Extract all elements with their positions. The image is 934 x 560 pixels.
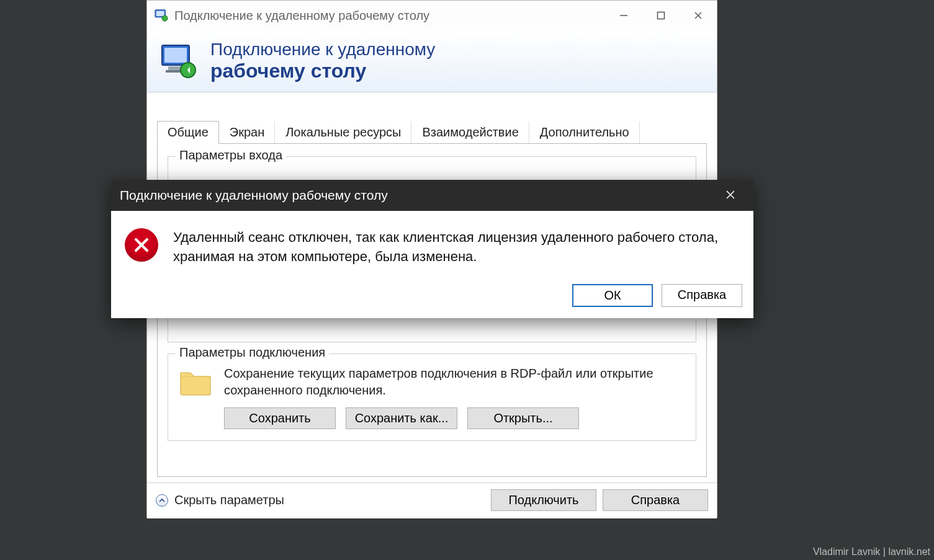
banner: Подключение к удаленному рабочему столу (147, 30, 717, 92)
close-button[interactable] (680, 1, 717, 30)
svg-point-2 (162, 16, 168, 21)
folder-icon (178, 364, 213, 399)
tab-screen[interactable]: Экран (219, 121, 275, 144)
rdp-banner-icon (159, 42, 199, 81)
app-icon (155, 9, 168, 22)
error-dialog: Подключение к удаленному рабочему столу … (111, 180, 753, 318)
error-icon (125, 228, 158, 262)
help-button[interactable]: Справка (603, 489, 708, 511)
svg-rect-8 (164, 48, 187, 63)
hide-options-link[interactable]: Скрыть параметры (174, 493, 284, 507)
svg-rect-1 (156, 11, 164, 16)
dialog-titlebar: Подключение к удаленному рабочему столу (111, 180, 753, 211)
tabs: Общие Экран Локальные ресурсы Взаимодейс… (147, 121, 717, 144)
dialog-help-button[interactable]: Справка (662, 284, 742, 307)
minimize-button[interactable] (605, 1, 642, 30)
save-button[interactable]: Сохранить (224, 407, 336, 429)
footer: Скрыть параметры Подключить Справка (147, 482, 717, 517)
maximize-button[interactable] (642, 1, 680, 30)
svg-rect-4 (658, 12, 665, 19)
ok-button[interactable]: ОК (572, 284, 653, 307)
group-login-legend: Параметры входа (176, 148, 286, 162)
chevron-up-icon[interactable] (156, 494, 168, 507)
dialog-close-button[interactable] (716, 189, 745, 203)
tab-experience[interactable]: Взаимодействие (411, 121, 529, 144)
banner-line1: Подключение к удаленному (210, 40, 435, 60)
watermark: Vladimir Lavnik | lavnik.net (813, 546, 930, 558)
group-connection-settings: Параметры подключения Сохранение текущих… (168, 353, 696, 441)
titlebar: Подключение к удаленному рабочему столу (147, 1, 717, 30)
dialog-title: Подключение к удаленному рабочему столу (120, 188, 388, 203)
error-message: Удаленный сеанс отключен, так как клиент… (173, 228, 736, 267)
tab-general[interactable]: Общие (157, 121, 219, 144)
tab-local-resources[interactable]: Локальные ресурсы (275, 121, 411, 144)
banner-text: Подключение к удаленному рабочему столу (210, 40, 435, 82)
group-conn-legend: Параметры подключения (176, 345, 329, 360)
open-button[interactable]: Открыть... (467, 407, 579, 429)
group-conn-text: Сохранение текущих параметров подключени… (224, 365, 686, 399)
save-as-button[interactable]: Сохранить как... (346, 407, 457, 429)
tab-advanced[interactable]: Дополнительно (529, 121, 640, 144)
connect-button[interactable]: Подключить (491, 489, 596, 511)
banner-line2: рабочему столу (210, 60, 435, 82)
window-title: Подключение к удаленному рабочему столу (174, 9, 605, 23)
